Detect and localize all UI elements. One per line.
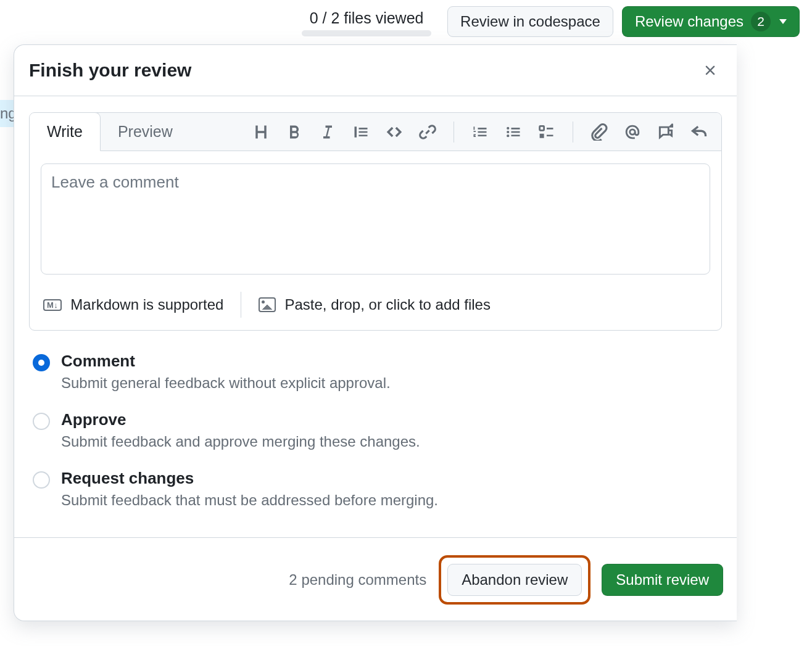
editor-footer: M↓ Markdown is supported Paste, drop, or… (30, 283, 721, 330)
markdown-supported-label: Markdown is supported (70, 296, 223, 313)
review-changes-button[interactable]: Review changes 2 (622, 6, 800, 37)
radio-comment[interactable] (33, 354, 50, 371)
tab-write[interactable]: Write (29, 112, 101, 151)
attach-files-hint[interactable]: Paste, drop, or click to add files (259, 296, 491, 313)
option-comment-title: Comment (61, 352, 391, 371)
topbar: 0 / 2 files viewed Review in codespace R… (0, 0, 812, 43)
task-list-icon[interactable] (538, 123, 555, 141)
panel-body: Write Preview (14, 96, 737, 537)
unordered-list-icon[interactable] (505, 123, 522, 141)
ordered-list-icon[interactable] (471, 123, 489, 141)
review-changes-count-badge: 2 (751, 12, 771, 31)
panel-title: Finish your review (29, 60, 191, 81)
cross-reference-icon[interactable] (657, 123, 674, 141)
submit-review-button[interactable]: Submit review (602, 564, 723, 596)
link-icon[interactable] (419, 123, 436, 141)
review-in-codespace-button[interactable]: Review in codespace (447, 6, 613, 37)
editor-area (30, 151, 721, 283)
heading-icon[interactable] (252, 123, 270, 141)
image-icon (259, 297, 276, 312)
svg-point-1 (507, 130, 509, 133)
option-comment[interactable]: Comment Submit general feedback without … (33, 344, 718, 403)
panel-footer: 2 pending comments Abandon review Submit… (14, 537, 737, 621)
attach-files-label: Paste, drop, or click to add files (284, 296, 491, 313)
radio-request-changes[interactable] (33, 471, 50, 489)
submit-review-label: Submit review (616, 571, 709, 588)
finish-review-panel: Finish your review Write Preview (14, 44, 737, 621)
footer-separator (241, 292, 241, 318)
option-request-title: Request changes (61, 469, 438, 488)
pending-comments-label: 2 pending comments (289, 571, 426, 589)
italic-icon[interactable] (319, 123, 336, 141)
review-in-codespace-label: Review in codespace (460, 13, 600, 30)
option-approve[interactable]: Approve Submit feedback and approve merg… (33, 403, 718, 461)
option-approve-desc: Submit feedback and approve merging thes… (61, 433, 420, 450)
attach-icon[interactable] (590, 123, 608, 141)
svg-point-0 (507, 126, 509, 129)
markdown-icon: M↓ (43, 299, 62, 311)
caret-down-icon (779, 19, 787, 24)
review-type-options: Comment Submit general feedback without … (29, 331, 722, 532)
quote-icon[interactable] (352, 123, 370, 141)
files-viewed-progress (302, 30, 431, 36)
editor-tabs: Write Preview (30, 113, 721, 151)
comment-textarea[interactable] (41, 163, 710, 275)
review-changes-label: Review changes (635, 13, 744, 30)
option-request-desc: Submit feedback that must be addressed b… (61, 492, 438, 509)
md-toolbar (239, 122, 721, 142)
radio-approve[interactable] (33, 413, 50, 430)
files-viewed: 0 / 2 files viewed (302, 7, 431, 36)
reply-icon[interactable] (690, 123, 708, 141)
close-icon[interactable] (702, 62, 718, 78)
option-request-changes[interactable]: Request changes Submit feedback that mus… (33, 461, 718, 520)
svg-rect-3 (540, 126, 544, 130)
mention-icon[interactable] (624, 123, 641, 141)
files-viewed-label: 0 / 2 files viewed (310, 7, 424, 29)
bg-fragment-left: ng (0, 100, 14, 127)
code-icon[interactable] (386, 123, 403, 141)
abandon-review-label: Abandon review (462, 571, 568, 588)
svg-point-2 (507, 134, 509, 137)
abandon-review-highlight: Abandon review (439, 555, 590, 605)
toolbar-separator-2 (573, 122, 573, 142)
markdown-supported[interactable]: M↓ Markdown is supported (43, 296, 223, 313)
editor-card: Write Preview (29, 112, 722, 331)
tab-preview[interactable]: Preview (101, 113, 191, 151)
bold-icon[interactable] (286, 123, 303, 141)
toolbar-separator-1 (454, 122, 454, 142)
panel-header: Finish your review (14, 45, 737, 96)
abandon-review-button[interactable]: Abandon review (447, 564, 582, 596)
option-approve-title: Approve (61, 410, 420, 429)
option-comment-desc: Submit general feedback without explicit… (61, 374, 391, 392)
